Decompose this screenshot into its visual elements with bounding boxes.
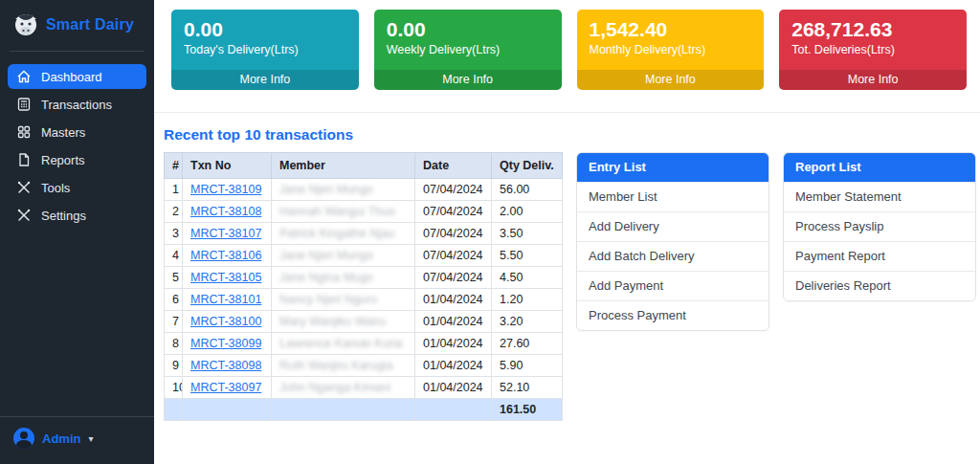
transactions-table: #Txn NoMemberDateQty Deliv. 1MRCT-38109J… (164, 152, 563, 421)
txn-link[interactable]: MRCT-38100 (190, 315, 261, 328)
report-payment-report[interactable]: Payment Report (784, 241, 975, 271)
report-list-items: Member StatementProcess PayslipPayment R… (784, 182, 975, 300)
sidebar-item-tools[interactable]: Tools (8, 175, 146, 200)
txn-link[interactable]: MRCT-38101 (190, 293, 261, 306)
summary-card-0: 0.00Today's Delivery(Ltrs)More Info (171, 10, 359, 90)
table-row: 5MRCT-38105Jane Ngina Mugo07/04/20244.50 (165, 267, 563, 289)
sidebar-item-label: Settings (41, 209, 86, 223)
qty-cell: 56.00 (492, 179, 563, 201)
row-number: 4 (165, 245, 183, 267)
entry-member-list[interactable]: Member List (577, 182, 768, 211)
table-body: 1MRCT-38109Jane Njeri Mungo07/04/202456.… (165, 179, 563, 421)
sidebar-item-label: Tools (41, 181, 70, 195)
txn-cell: MRCT-38100 (183, 311, 272, 333)
total-empty-cell (183, 399, 272, 421)
txn-cell: MRCT-38107 (183, 223, 272, 245)
sidebar-item-transactions[interactable]: Transactions (8, 92, 146, 117)
more-info-button[interactable]: More Info (779, 70, 967, 90)
qty-cell: 1.20 (492, 289, 563, 311)
member-name: Jane Ngina Mugo (272, 267, 415, 289)
member-name: Nancy Njeri Nguro (272, 289, 415, 311)
txn-cell: MRCT-38106 (183, 245, 272, 267)
column-header: Txn No (183, 153, 272, 179)
sidebar-item-label: Dashboard (41, 70, 102, 84)
txn-link[interactable]: MRCT-38106 (190, 249, 261, 262)
card-label: Weekly Delivery(Ltrs) (387, 43, 549, 56)
summary-card-1: 0.00Weekly Delivery(Ltrs)More Info (374, 10, 562, 90)
card-value: 0.00 (184, 17, 346, 42)
more-info-button[interactable]: More Info (374, 70, 562, 90)
entry-add-delivery[interactable]: Add Delivery (577, 211, 768, 241)
sidebar-item-label: Transactions (41, 98, 112, 112)
grid-icon (16, 124, 32, 140)
member-name: Jane Njeri Mungo (272, 245, 415, 267)
card-label: Monthly Delivery(Ltrs) (590, 43, 752, 56)
more-info-button[interactable]: More Info (577, 70, 765, 90)
column-header: Qty Deliv. (492, 153, 563, 179)
card-label: Today's Delivery(Ltrs) (184, 43, 346, 56)
row-number: 7 (165, 311, 183, 333)
report-process-payslip[interactable]: Process Payslip (784, 211, 975, 241)
date-cell: 01/04/2024 (415, 333, 492, 355)
total-row: 161.50 (165, 399, 563, 421)
txn-link[interactable]: MRCT-38108 (190, 205, 261, 218)
entry-process-payment[interactable]: Process Payment (577, 300, 768, 330)
qty-cell: 4.50 (492, 267, 563, 289)
txn-cell: MRCT-38097 (183, 377, 272, 399)
entry-add-payment[interactable]: Add Payment (577, 271, 768, 300)
total-empty-cell (272, 399, 415, 421)
sidebar-item-masters[interactable]: Masters (8, 120, 146, 144)
date-cell: 01/04/2024 (415, 355, 492, 377)
sidebar-item-reports[interactable]: Reports (8, 147, 146, 172)
table-row: 2MRCT-38108Hannah Wangui Thuo07/04/20242… (165, 201, 563, 223)
member-name: John Nganga Kimani (272, 377, 415, 399)
txn-link[interactable]: MRCT-38107 (190, 227, 261, 240)
txn-link[interactable]: MRCT-38109 (190, 183, 261, 196)
qty-cell: 5.50 (492, 245, 563, 267)
txn-link[interactable]: MRCT-38099 (190, 337, 261, 350)
sidebar-item-label: Reports (41, 153, 85, 167)
sidebar-item-dashboard[interactable]: Dashboard (8, 64, 146, 89)
tools-icon (16, 208, 32, 223)
report-member-statement[interactable]: Member Statement (784, 182, 975, 211)
entry-list-header: Entry List (577, 153, 768, 182)
table-row: 8MRCT-38099Lawrence Kanuki Kuria01/04/20… (165, 333, 563, 355)
table-row: 10MRCT-38097John Nganga Kimani01/04/2024… (165, 377, 563, 399)
dashboard-row: #Txn NoMemberDateQty Deliv. 1MRCT-38109J… (164, 152, 976, 421)
txn-cell: MRCT-38101 (183, 289, 272, 311)
user-name: Admin (42, 431, 80, 446)
total-qty: 161.50 (492, 399, 563, 421)
row-number: 5 (165, 267, 183, 289)
brand-name: Smart Dairy (46, 16, 134, 33)
date-cell: 07/04/2024 (415, 223, 492, 245)
user-menu[interactable]: Admin ▾ (0, 416, 154, 464)
row-number: 10 (165, 377, 183, 399)
more-info-button[interactable]: More Info (171, 70, 359, 90)
card-value: 1,542.40 (590, 17, 752, 42)
qty-cell: 27.60 (492, 333, 563, 355)
cow-logo-icon (13, 12, 38, 37)
entry-add-batch-delivery[interactable]: Add Batch Delivery (577, 241, 768, 271)
row-number: 2 (165, 201, 183, 223)
txn-cell: MRCT-38109 (183, 179, 272, 201)
date-cell: 07/04/2024 (415, 201, 492, 223)
user-avatar (13, 428, 34, 449)
row-number: 9 (165, 355, 183, 377)
table-row: 7MRCT-38100Mary Wanjiku Wairu01/04/20243… (165, 311, 563, 333)
card-body: 0.00Today's Delivery(Ltrs) (171, 10, 359, 70)
sidebar-item-settings[interactable]: Settings (8, 203, 146, 228)
chevron-down-icon: ▾ (88, 433, 93, 444)
txn-link[interactable]: MRCT-38105 (190, 271, 261, 284)
txn-link[interactable]: MRCT-38098 (190, 359, 261, 372)
member-name: Hannah Wangui Thuo (272, 201, 415, 223)
qty-cell: 52.10 (492, 377, 563, 399)
report-list-header: Report List (784, 153, 975, 182)
report-deliveries-report[interactable]: Deliveries Report (784, 271, 975, 300)
tools-icon (16, 180, 32, 195)
txn-link[interactable]: MRCT-38097 (190, 381, 261, 394)
file-icon (16, 152, 32, 167)
card-body: 268,712.63Tot. Deliveries(Ltrs) (779, 10, 967, 70)
row-number: 3 (165, 223, 183, 245)
row-number: 6 (165, 289, 183, 311)
brand: Smart Dairy (0, 0, 154, 49)
